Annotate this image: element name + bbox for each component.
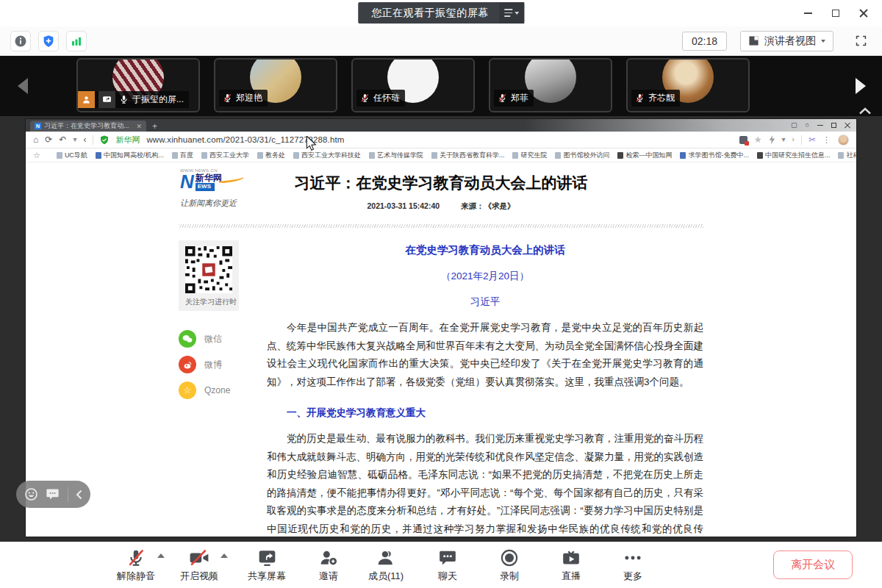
refresh-icon[interactable]: ⟳ <box>45 135 52 144</box>
chevron-down-icon[interactable]: ▾ <box>782 136 786 143</box>
bookmark-item[interactable]: 西安工业大学 <box>201 151 249 160</box>
hamburger-icon <box>504 9 512 17</box>
bookmark-item[interactable]: 关于陕西省教育科学... <box>431 151 505 160</box>
back-history-icon[interactable]: ↶ <box>59 135 66 144</box>
bookmark-item[interactable]: 西安工业大学科技处 <box>293 151 361 160</box>
wechat-icon <box>179 330 196 348</box>
back-icon[interactable]: ‹ <box>83 135 86 144</box>
leave-meeting-button[interactable]: 离开会议 <box>773 551 853 579</box>
chat-button[interactable]: 聊天 <box>420 547 475 583</box>
bookmark-item[interactable]: 图书馆校外访问 <box>555 151 609 160</box>
lightning-icon[interactable] <box>769 135 775 144</box>
chevron-up-icon <box>858 107 872 115</box>
live-stream-button[interactable]: 直播 <box>544 547 598 583</box>
audio-options-caret[interactable] <box>157 553 165 558</box>
bookmark-item[interactable]: 求学图书馆-免费中... <box>680 151 749 160</box>
bookmark-item[interactable]: 检索—中国知网 <box>617 151 672 160</box>
forward-arrow-icon[interactable]: › <box>792 136 795 143</box>
network-quality-button[interactable] <box>66 31 87 51</box>
bookmark-item[interactable]: 中国知网高校/机构... <box>96 151 164 160</box>
minimize-icon <box>804 12 812 14</box>
invite-button[interactable]: 邀请 <box>301 547 356 583</box>
bookmark-item[interactable]: 百度 <box>172 151 193 160</box>
record-button[interactable]: 录制 <box>482 547 537 583</box>
share-weibo-button[interactable]: 微博 <box>179 356 267 373</box>
quick-actions-pill <box>16 481 90 508</box>
more-button[interactable]: 更多 <box>606 547 660 583</box>
invite-person-icon <box>319 548 339 567</box>
tab-close-icon[interactable]: ✕ <box>136 123 142 130</box>
members-button[interactable]: 成员(11) <box>359 547 413 583</box>
participant-tile[interactable]: 于振玺的屏... <box>76 58 200 112</box>
bookmark-item[interactable]: 教务处 <box>257 151 285 160</box>
site-safety-shield-icon[interactable] <box>100 135 109 145</box>
share-qzone-button[interactable]: ☆ Qzone <box>179 381 267 399</box>
xinhuanet-logo[interactable]: WWW.NEWS.CN N 新华网 EWS 让新闻离你更近 <box>180 168 261 209</box>
chevron-down-icon[interactable]: ▾ <box>73 136 76 143</box>
participant-name: 郑菲 <box>511 92 528 104</box>
scroll-left-button[interactable] <box>18 78 28 94</box>
collapse-pill-chevron-left[interactable] <box>76 490 82 500</box>
minimize-button[interactable] <box>797 4 819 23</box>
scissors-screenshot-icon[interactable]: ✂ <box>808 135 816 145</box>
browser-close-button[interactable] <box>845 123 850 129</box>
participant-name-bar: 齐芯靓 <box>631 90 680 107</box>
bookmarks-star-icon[interactable]: ☆ <box>33 151 40 160</box>
participant-name-bar: 任怀琏 <box>356 90 405 107</box>
meeting-app-window: 您正在观看于振玺的屏幕 <box>0 0 882 588</box>
mic-muted-icon <box>223 93 232 103</box>
close-button[interactable] <box>853 4 875 23</box>
browser-tab[interactable]: N 习近平：在党史学习教育动... ✕ <box>30 121 146 132</box>
participant-tile[interactable]: 郑菲 <box>489 58 612 112</box>
new-tab-button[interactable]: + <box>152 122 157 131</box>
home-icon[interactable]: ⌂ <box>33 135 38 144</box>
view-mode-selector[interactable]: 演讲者视图 <box>740 31 833 51</box>
bookmark-item[interactable]: 研究生院 <box>512 151 547 160</box>
captions-chat-button[interactable] <box>46 488 60 501</box>
session-icon[interactable]: ○ <box>806 122 809 129</box>
browser-minimize-button[interactable] <box>817 125 823 126</box>
share-wechat-button[interactable]: 微信 <box>179 330 267 348</box>
mic-muted-icon <box>360 93 370 103</box>
members-icon <box>376 548 395 567</box>
security-button[interactable] <box>38 31 59 51</box>
fullscreen-icon <box>855 35 867 47</box>
article-timestamp: 2021-03-31 15:42:40 <box>367 201 440 210</box>
tab-tile-icon[interactable]: ▢ <box>791 122 797 129</box>
weibo-icon <box>179 356 196 373</box>
bookmark-item[interactable]: 社科规划 <box>838 151 856 160</box>
bookmark-item[interactable]: 艺术与传媒学院 <box>369 151 423 160</box>
browser-menu-icon[interactable]: ⋮ <box>822 135 831 145</box>
maximize-button[interactable] <box>825 4 847 23</box>
qr-caption: 关注学习进行时 <box>185 297 232 307</box>
banner-menu-button[interactable] <box>499 2 524 24</box>
participant-tile[interactable]: 齐芯靓 <box>626 58 750 112</box>
bookmark-item[interactable]: UC导航 <box>57 151 87 160</box>
article-text-column: 在党史学习教育动员大会上的讲话 （2021年2月20日） 习近平 今年是中国共产… <box>267 240 703 537</box>
browser-maximize-button[interactable] <box>831 123 836 128</box>
browser-tabstrip: N 习近平：在党史学习教育动... ✕ + ▢ ○ <box>26 119 856 132</box>
participant-tile[interactable]: 郑迎艳 <box>214 58 337 112</box>
chevron-down-icon <box>514 12 519 15</box>
share-screen-button[interactable]: 共享屏幕 <box>240 547 294 583</box>
extension-icon[interactable] <box>739 136 747 144</box>
participant-name: 齐芯靓 <box>648 92 675 104</box>
shared-browser-window: N 习近平：在党史学习教育动... ✕ + ▢ ○ ⌂ ⟳ ↶ ▾ ‹ <box>26 119 856 537</box>
bookmark-item[interactable]: 中国研究生招生信息... <box>757 151 831 160</box>
emoji-reaction-button[interactable] <box>24 487 38 501</box>
video-options-caret[interactable] <box>220 553 228 558</box>
participant-tile[interactable]: 任怀琏 <box>351 58 475 112</box>
browser-profile-avatar[interactable] <box>838 135 849 146</box>
collapse-filmstrip-button[interactable] <box>858 107 872 115</box>
signal-bars-icon <box>70 35 83 48</box>
live-tv-icon <box>562 548 581 567</box>
meeting-info-button[interactable] <box>10 31 31 51</box>
mouse-cursor <box>306 136 317 151</box>
speech-author: 习近平 <box>267 295 703 309</box>
start-video-button[interactable]: 开启视频 <box>172 547 226 583</box>
fullscreen-button[interactable] <box>850 30 872 52</box>
scroll-right-button[interactable] <box>856 78 866 94</box>
meeting-bottom-toolbar: 解除静音 开启视频 <box>0 542 882 588</box>
bookmark-star-icon[interactable]: ★ <box>754 135 762 145</box>
unmute-button[interactable]: 解除静音 <box>109 547 163 583</box>
